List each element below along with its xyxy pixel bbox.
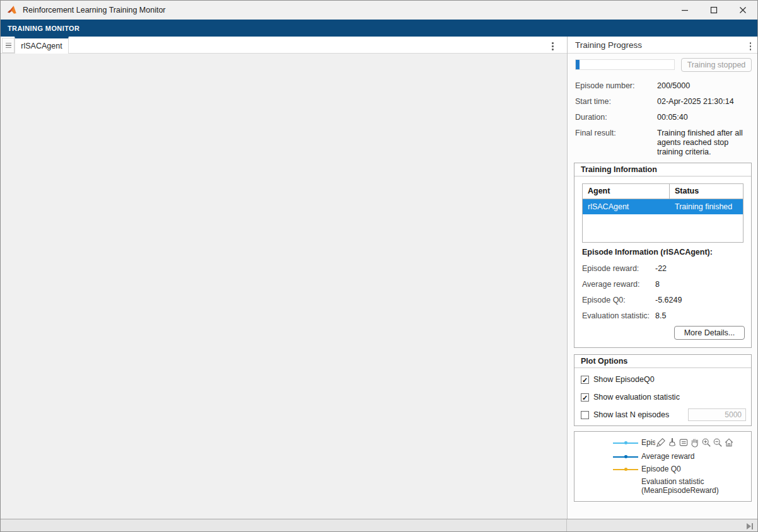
tab-drag-handle[interactable]: [2, 38, 15, 53]
collapse-panel-icon[interactable]: [745, 521, 754, 531]
close-icon: [739, 6, 747, 14]
training-reward-chart[interactable]: [1, 54, 567, 519]
average-reward-label: Average reward:: [582, 280, 640, 289]
option-row-last-n-episodes: Show last N episodes: [581, 410, 669, 419]
training-progress-panel: Training Progress Training stopped Episo…: [567, 37, 758, 519]
ribbon-toolstrip: TRAINING MONITOR: [1, 20, 757, 37]
column-header-agent: Agent: [583, 184, 670, 199]
final-result-label: Final result:: [575, 129, 616, 137]
titlebar: Reinforcement Learning Training Monitor: [1, 1, 757, 20]
status-cell: Training finished: [670, 199, 732, 214]
window-title: Reinforcement Learning Training Monitor: [23, 6, 166, 14]
option-row-eval-statistic: ✓ Show evaluation statistic: [581, 393, 680, 402]
option-label: Show last N episodes: [593, 410, 669, 419]
checkbox-show-episodeq0[interactable]: ✓: [581, 376, 589, 384]
training-information-header: Training Information: [574, 163, 751, 176]
option-label: Show evaluation statistic: [593, 393, 680, 402]
column-header-status: Status: [670, 184, 743, 199]
agent-cell: rlSACAgent: [583, 199, 670, 214]
evaluation-statistic-value: 8.5: [655, 311, 666, 320]
maximize-icon: [710, 6, 718, 14]
plot-options-header: Plot Options: [574, 355, 751, 368]
app-window: Reinforcement Learning Training Monitor …: [0, 0, 758, 532]
legend-label: Average reward: [641, 453, 736, 461]
legend-row: Episode Q0: [574, 463, 751, 476]
table-header-row: Agent Status: [583, 184, 743, 199]
episode-information-title: Episode Information (rlSACAgent):: [582, 248, 713, 257]
duration-label: Duration:: [575, 113, 607, 122]
document-tabstrip: rlSACAgent: [1, 37, 567, 54]
brush-icon[interactable]: [667, 436, 677, 449]
tab-options-menu-icon[interactable]: [549, 40, 556, 53]
datatips-icon[interactable]: [678, 436, 689, 449]
checkbox-show-last-n-episodes[interactable]: [581, 411, 589, 419]
evaluation-statistic-label: Evaluation statistic:: [582, 311, 650, 320]
episode-q0-value: -5.6249: [655, 296, 682, 304]
training-progress-bar: [575, 59, 675, 70]
more-details-button[interactable]: More Details...: [674, 326, 745, 340]
final-result-value: Training finished after all agents reach…: [657, 129, 753, 157]
export-icon[interactable]: [655, 436, 666, 449]
average-reward-value: 8: [655, 280, 660, 289]
zoom-out-icon[interactable]: [712, 436, 723, 449]
agent-status-table: Agent Status rlSACAgent Training finishe…: [582, 183, 743, 243]
table-row[interactable]: rlSACAgent Training finished: [583, 199, 743, 214]
panel-title: Training Progress: [575, 40, 642, 50]
episode-number-label: Episode number:: [575, 81, 635, 90]
episode-reward-line-swatch: [613, 442, 638, 444]
duration-value: 00:05:40: [657, 113, 753, 122]
training-stopped-button[interactable]: Training stopped: [681, 58, 752, 72]
training-information-section: Training Information Agent Status rlSACA…: [574, 163, 752, 348]
legend-row: Evaluation statistic (MeanEpisodeReward): [574, 476, 751, 497]
start-time-value: 02-Apr-2025 21:30:14: [657, 97, 753, 107]
legend-row: Average reward: [574, 451, 751, 463]
last-n-episodes-input[interactable]: [688, 408, 746, 421]
legend-label: Evaluation statistic (MeanEpisodeReward): [641, 478, 736, 495]
minimize-icon: [681, 6, 689, 14]
panel-header: Training Progress: [568, 37, 758, 54]
evaluation-statistic-asterisk-swatch: [621, 477, 633, 489]
restore-view-home-icon[interactable]: [723, 436, 734, 449]
episode-q0-label: Episode Q0:: [582, 296, 626, 304]
episode-number-value: 200/5000: [657, 81, 753, 91]
tab-label: rlSACAgent: [21, 42, 62, 50]
panel-options-menu-icon[interactable]: [747, 40, 754, 53]
episode-q0-line-swatch: [613, 469, 638, 470]
pan-icon[interactable]: [689, 436, 700, 449]
plot-options-section: Plot Options ✓ Show EpisodeQ0 ✓ Show eva…: [574, 354, 752, 426]
matlab-logo-icon: [6, 4, 18, 16]
episode-reward-value: -22: [655, 264, 667, 273]
legend-panel: Episode reward Average reward Episode Q0…: [574, 431, 752, 502]
average-reward-line-swatch: [613, 456, 638, 458]
axes-toolbar: [655, 435, 735, 450]
episode-reward-label: Episode reward:: [582, 264, 639, 273]
minimize-button[interactable]: [670, 1, 699, 20]
option-label: Show EpisodeQ0: [593, 375, 655, 384]
tab-rlsacagent[interactable]: rlSACAgent: [15, 37, 69, 54]
zoom-in-icon[interactable]: [701, 436, 711, 449]
checkbox-show-evaluation-statistic[interactable]: ✓: [581, 393, 589, 402]
chart-region: [1, 54, 567, 519]
maximize-button[interactable]: [699, 1, 728, 20]
close-button[interactable]: [728, 1, 757, 20]
start-time-label: Start time:: [575, 97, 611, 106]
option-row-episodeq0: ✓ Show EpisodeQ0: [581, 375, 655, 384]
training-progress-fill: [576, 60, 580, 69]
panel-divider: [566, 519, 567, 532]
legend-label: Episode Q0: [641, 465, 736, 474]
ribbon-tab-training-monitor[interactable]: TRAINING MONITOR: [8, 25, 79, 32]
horizontal-scrollbar[interactable]: [1, 519, 757, 532]
